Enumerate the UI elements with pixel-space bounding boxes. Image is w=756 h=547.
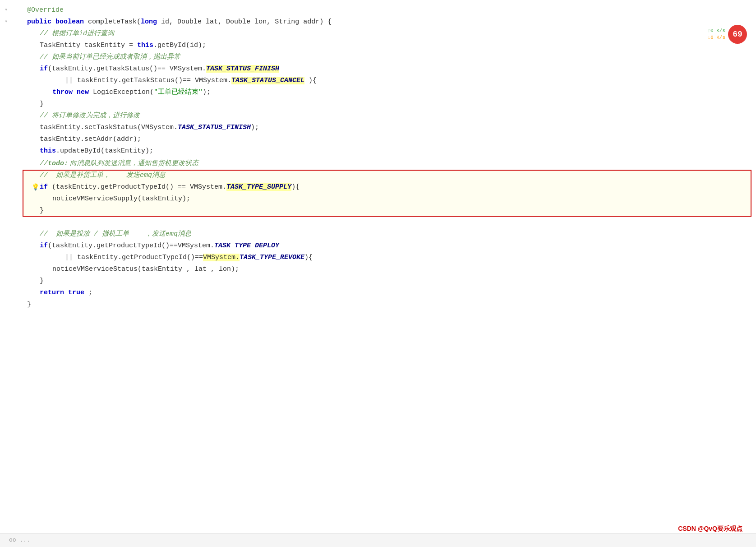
line-code-6: if(taskEntity.getTaskStatus()== VMSystem… — [40, 64, 279, 74]
code-line-23: noticeVMServiceStatus(taskEntity , lat ,… — [52, 264, 747, 275]
code-line-15: // 如果是补货工单， 发送emq消息 — [40, 170, 747, 181]
line-code-13: this.updateById(taskEntity); — [40, 146, 153, 157]
editor-container: ↑0 K/s ↓6 K/s 69 ▾ @Override ▾ public bo… — [0, 0, 756, 547]
code-line-22: || taskEntity.getProductTypeId()==VMSyst… — [65, 252, 747, 264]
line-annotation: @Override — [27, 5, 64, 16]
bottom-bar: oo ... — [0, 533, 756, 547]
line-comment-3: // 根据订单id进行查询 — [40, 28, 114, 39]
highlighted-section: // 如果是补货工单， 发送emq消息 💡 if (taskEntity.get… — [27, 170, 747, 217]
code-line-25: return true ; — [40, 287, 747, 299]
code-line-7: || taskEntity.getTaskStatus()== VMSystem… — [65, 75, 747, 87]
code-line-14: //todo: 向消息队列发送消息，通知售货机更改状态 — [40, 157, 747, 170]
code-line-9: } — [40, 98, 747, 110]
code-line-1: ▾ @Override — [27, 5, 747, 16]
line-comment-10: // 将订单修改为完成，进行修改 — [40, 111, 140, 121]
line-brace-9: } — [40, 99, 44, 110]
code-line-21: if(taskEntity.getProductTypeId()==VMSyst… — [40, 240, 747, 252]
bulb-icon: 💡 — [32, 182, 39, 193]
code-line-24: } — [40, 275, 747, 287]
code-line-5: // 如果当前订单已经完成或者取消，抛出异常 — [40, 51, 747, 63]
line-todo-14: //todo: 向消息队列发送消息，通知售货机更改状态 — [40, 158, 198, 169]
bottom-hint: oo ... — [9, 536, 30, 545]
line-comment-20: // 如果是投放 / 撤机工单 ，发送emq消息 — [40, 229, 191, 240]
line-code-22: || taskEntity.getProductTypeId()==VMSyst… — [65, 252, 313, 263]
line-code-11: taskEntity.setTaskStatus(VMSystem.TASK_S… — [40, 122, 259, 133]
code-line-6: if(taskEntity.getTaskStatus()== VMSystem… — [40, 63, 747, 75]
line-comment-5: // 如果当前订单已经完成或者取消，抛出异常 — [40, 52, 180, 63]
code-line-12: taskEntity.setAddr(addr); — [40, 134, 747, 145]
fold-icon-1: ▾ — [5, 6, 8, 14]
line-code-7: || taskEntity.getTaskStatus()== VMSystem… — [65, 75, 317, 86]
code-line-20: // 如果是投放 / 撤机工单 ，发送emq消息 — [40, 228, 747, 240]
code-line-4: TaskEntity taskEntity = this.getById(id)… — [40, 40, 747, 51]
code-line-11: taskEntity.setTaskStatus(VMSystem.TASK_S… — [40, 122, 747, 134]
code-line-2: ▾ public boolean completeTask(long id, D… — [27, 16, 747, 28]
line-code-16: if (taskEntity.getProductTypeId() == VMS… — [40, 182, 300, 193]
code-line-13: this.updateById(taskEntity); — [40, 145, 747, 157]
line-code-8: throw new LogicException("工单已经结束"); — [52, 87, 211, 98]
csdn-watermark: CSDN @QvQ要乐观点 — [678, 524, 742, 533]
code-line-17: noticeVMServiceSupply(taskEntity); — [52, 193, 747, 205]
code-line-16: 💡 if (taskEntity.getProductTypeId() == V… — [40, 181, 747, 193]
line-brace-18: } — [40, 205, 44, 216]
line-return-25: return true ; — [40, 287, 92, 298]
line-comment-15: // 如果是补货工单， 发送emq消息 — [40, 170, 166, 181]
line-code-21: if(taskEntity.getProductTypeId()==VMSyst… — [40, 241, 279, 251]
fold-icon-2: ▾ — [5, 18, 8, 26]
code-line-18: } — [40, 205, 747, 217]
line-method-sig: public boolean completeTask(long id, Dou… — [27, 17, 332, 28]
code-line-26: } — [27, 299, 747, 311]
line-brace-24: } — [40, 276, 44, 287]
code-line-10: // 将订单修改为完成，进行修改 — [40, 110, 747, 122]
line-code-23: noticeVMServiceStatus(taskEntity , lat ,… — [52, 264, 239, 275]
line-code-4: TaskEntity taskEntity = this.getById(id)… — [40, 40, 206, 51]
line-code-17: noticeVMServiceSupply(taskEntity); — [52, 194, 190, 204]
code-area: ▾ @Override ▾ public boolean completeTas… — [0, 5, 756, 311]
code-line-3: // 根据订单id进行查询 — [40, 28, 747, 40]
line-code-12: taskEntity.setAddr(addr); — [40, 134, 141, 145]
line-brace-26: } — [27, 299, 31, 310]
code-line-19 — [27, 217, 747, 228]
code-line-8: throw new LogicException("工单已经结束"); — [52, 87, 747, 98]
